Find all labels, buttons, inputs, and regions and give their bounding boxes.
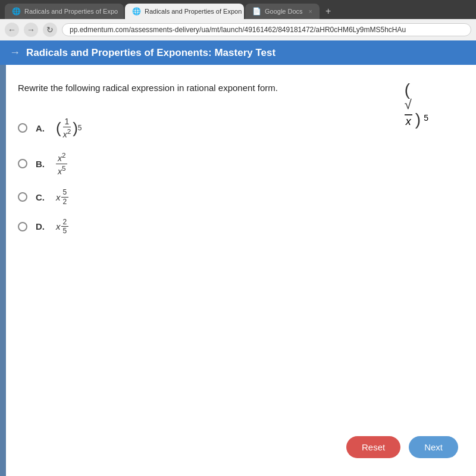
- frac-den-b: x5: [56, 164, 67, 176]
- fraction-d: 2 5: [61, 218, 69, 236]
- choice-label-a: A.: [36, 123, 48, 133]
- choice-math-c: x 5 2: [56, 188, 68, 206]
- choice-math-a: ( 1 x2 ) 5: [56, 117, 82, 139]
- radical-x: x: [405, 114, 412, 127]
- frac-num-c: 5: [61, 188, 69, 197]
- reset-button[interactable]: Reset: [346, 436, 400, 458]
- choice-label-c: C.: [36, 192, 48, 202]
- tab-label: Radicals and Properties of Expo: [24, 8, 118, 15]
- page-title: Radicals and Properties of Exponents: Ma…: [26, 47, 275, 59]
- tab-close-docs[interactable]: ×: [309, 8, 312, 15]
- refresh-button[interactable]: ↻: [43, 23, 57, 37]
- choice-row-b: B. x2 x5: [18, 151, 458, 176]
- radio-c[interactable]: [18, 192, 27, 202]
- radio-a[interactable]: [18, 123, 27, 133]
- tab-icon-docs: 📄: [252, 7, 261, 15]
- frac-num-d: 2: [61, 218, 69, 227]
- choice-math-d: x 2 5: [56, 218, 68, 236]
- tab-icon-active: 🌐: [132, 7, 141, 15]
- tab-google-docs[interactable]: 📄 Google Docs ×: [245, 4, 320, 19]
- frac-den-a: x2: [61, 127, 73, 139]
- browser-chrome: 🌐 Radicals and Properties of Expo × 🌐 Ra…: [0, 0, 476, 19]
- radio-b[interactable]: [18, 159, 27, 168]
- fraction-c: 5 2: [61, 188, 69, 206]
- paren-a-left: (: [56, 120, 61, 136]
- fraction-b: x2 x5: [56, 151, 67, 176]
- app-header: → Radicals and Properties of Exponents: …: [0, 40, 476, 65]
- exponent-a: 5: [78, 124, 82, 132]
- question-expression: ( √ x ) 5: [405, 82, 428, 128]
- x-base-d: x: [56, 221, 61, 231]
- forward-button[interactable]: →: [24, 23, 38, 37]
- frac-den-d: 5: [61, 227, 69, 235]
- choice-label-b: B.: [36, 159, 48, 169]
- choice-row-a: A. ( 1 x2 ) 5: [18, 117, 458, 139]
- frac-num-b: x2: [56, 151, 67, 164]
- paren-a-right: ): [73, 120, 78, 136]
- question-text: Rewrite the following radical expression…: [18, 83, 458, 93]
- address-input[interactable]: [62, 23, 471, 36]
- tab-label-active: Radicals and Properties of Expon: [145, 8, 242, 15]
- tab-icon: 🌐: [12, 7, 21, 15]
- paren-left: (: [405, 80, 410, 99]
- fraction-a: 1 x2: [61, 117, 73, 139]
- choice-math-b: x2 x5: [56, 151, 67, 176]
- choice-row-c: C. x 5 2: [18, 188, 458, 206]
- next-button[interactable]: Next: [409, 436, 458, 458]
- back-button[interactable]: ←: [5, 23, 19, 37]
- tab-radicals-inactive[interactable]: 🌐 Radicals and Properties of Expo ×: [5, 4, 124, 19]
- paren-right: ): [415, 110, 421, 129]
- outer-exponent: 5: [424, 113, 428, 123]
- frac-den-c: 2: [61, 198, 69, 206]
- address-bar-row: ← → ↻: [0, 19, 476, 40]
- tab-radicals-active[interactable]: 🌐 Radicals and Properties of Expon ×: [125, 4, 244, 19]
- left-edge-decoration: [0, 65, 6, 476]
- frac-num-a: 1: [63, 117, 71, 127]
- main-content: Rewrite the following radical expression…: [0, 65, 476, 476]
- radio-d[interactable]: [18, 222, 27, 231]
- choice-label-d: D.: [36, 221, 48, 231]
- choices-list: A. ( 1 x2 ) 5 B. x2 x5: [18, 117, 458, 236]
- choice-row-d: D. x 2 5: [18, 218, 458, 236]
- radical-symbol: √: [405, 98, 428, 111]
- new-tab-button[interactable]: +: [321, 4, 336, 19]
- header-arrow-icon: →: [10, 46, 20, 59]
- tab-bar: 🌐 Radicals and Properties of Expo × 🌐 Ra…: [5, 4, 471, 19]
- x-base-c: x: [56, 192, 61, 202]
- tab-label-docs: Google Docs: [265, 8, 303, 15]
- footer-buttons: Reset Next: [346, 436, 458, 458]
